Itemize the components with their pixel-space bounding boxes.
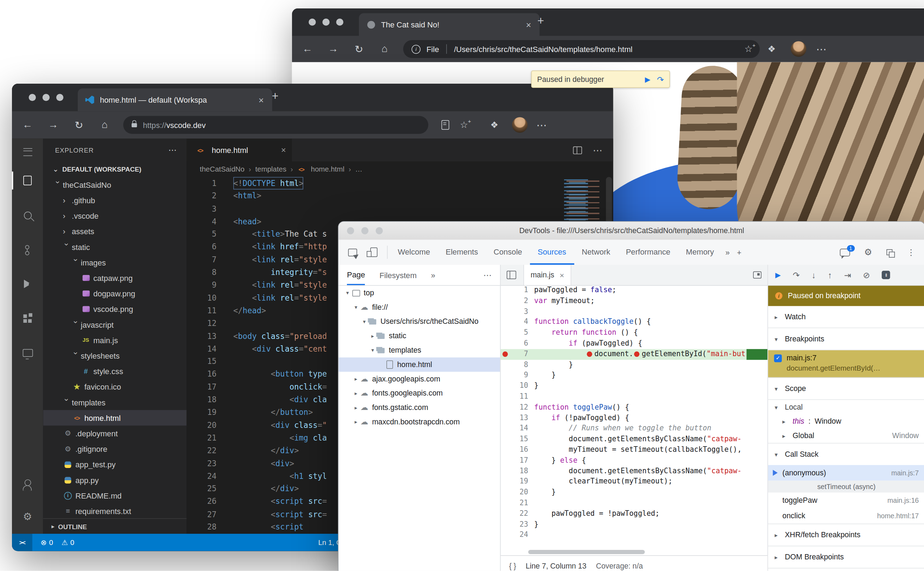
scope-local-header[interactable]: ▾ Local — [768, 400, 924, 414]
remote-indicator[interactable]: >< — [12, 534, 33, 551]
pause-on-exceptions-icon[interactable]: ‖ — [882, 271, 891, 279]
minimize-button[interactable] — [322, 19, 329, 26]
close-tab-icon[interactable]: × — [256, 94, 266, 105]
source-tree-item-fonts.googleapis.com[interactable]: ▸fonts.googleapis.com — [339, 386, 500, 400]
step-over-icon[interactable]: ↷ — [657, 74, 664, 84]
zoom-button[interactable] — [376, 227, 383, 234]
explorer-item-app.py[interactable]: app.py — [43, 472, 186, 488]
reload-button[interactable]: ↻ — [349, 43, 369, 56]
explorer-activity-button[interactable] — [12, 168, 43, 192]
explorer-item-images[interactable]: ›images — [43, 255, 186, 270]
bookmark-icon[interactable]: ☆ — [460, 120, 468, 130]
code-line-14[interactable]: 14 // Runs when we toggle the button — [501, 423, 768, 434]
devtools-menu-icon[interactable]: ⋮ — [907, 247, 915, 257]
explorer-item-.deployment[interactable]: ⚙.deployment — [43, 426, 186, 441]
more-tabs-icon[interactable]: » — [722, 248, 733, 257]
devtools-tab-sources[interactable]: Sources — [530, 240, 574, 265]
source-tree-item-maxcdn.bootstrapcdn.com[interactable]: ▸maxcdn.bootstrapcdn.com — [339, 415, 500, 429]
code-line-17[interactable]: 17 } else { — [501, 455, 768, 466]
code-line-10[interactable]: 10} — [501, 381, 768, 391]
source-tree-item-top[interactable]: ▾top — [339, 286, 500, 300]
explorer-item-favicon.ico[interactable]: ★favicon.ico — [43, 379, 186, 395]
code-line-23[interactable]: 23} — [501, 519, 768, 530]
explorer-item-dogpaw.png[interactable]: dogpaw.png — [43, 286, 186, 301]
address-bar[interactable]: i File /Users/chris/src/theCatSaidNo/tem… — [403, 40, 760, 58]
browser-tab[interactable]: The Cat said No! × — [359, 13, 539, 36]
dom-breakpoints-section-header[interactable]: ▸ DOM Breakpoints — [768, 546, 924, 568]
explorer-item-style.css[interactable]: #style.css — [43, 364, 186, 379]
devtools-tab-performance[interactable]: Performance — [618, 240, 678, 265]
extensions-activity-button[interactable] — [12, 307, 43, 330]
breadcrumb-item[interactable]: templates — [255, 165, 286, 173]
explorer-item-static[interactable]: ›static — [43, 239, 186, 255]
code-line-1[interactable]: 1pawToggled = false; — [501, 285, 768, 296]
remote-explorer-activity-button[interactable] — [12, 341, 43, 364]
extensions-icon[interactable]: ❖ — [483, 120, 506, 130]
home-button[interactable]: ⌂ — [375, 43, 395, 55]
code-line-21[interactable]: 21 — [501, 498, 768, 508]
problems-warnings[interactable]: ⚠ 0 — [62, 538, 74, 547]
breakpoints-section-header[interactable]: ▾ Breakpoints — [768, 328, 924, 350]
inline-breakpoint-icon[interactable] — [587, 351, 592, 356]
new-tab-button[interactable]: + — [534, 14, 548, 28]
explorer-item-main.js[interactable]: JSmain.js — [43, 332, 186, 348]
breadcrumb-item[interactable]: … — [355, 165, 362, 173]
avatar[interactable] — [791, 41, 806, 57]
explorer-item-.github[interactable]: ›.github — [43, 192, 186, 208]
gear-icon[interactable]: ⚙ — [864, 247, 872, 258]
step-into-icon[interactable]: ↓ — [812, 270, 816, 279]
explorer-actions-icon[interactable]: ⋯ — [168, 145, 177, 155]
editor-more-icon[interactable]: ⋯ — [593, 145, 602, 156]
explorer-item-.vscode[interactable]: ›.vscode — [43, 208, 186, 224]
code-line-4[interactable]: 4function callbackToggle() { — [501, 317, 768, 328]
close-editor-icon[interactable]: × — [281, 145, 286, 155]
info-icon[interactable]: i — [412, 45, 421, 54]
step-icon[interactable]: ⇥ — [844, 270, 851, 279]
new-tab-button[interactable]: + — [268, 90, 283, 103]
problems-errors[interactable]: ⊗ 0 — [41, 538, 53, 547]
deactivate-breakpoints-icon[interactable]: ⊘ — [863, 270, 870, 279]
explorer-item-README.md[interactable]: iREADME.md — [43, 488, 186, 503]
issues-icon[interactable]: 1 — [840, 248, 850, 256]
close-button[interactable] — [29, 94, 36, 101]
code-line-6[interactable]: 6 if (pawToggled) { — [501, 338, 768, 349]
code-line-16[interactable]: 16 myTimeout = setTimeout(callbackToggle… — [501, 445, 768, 455]
pretty-print-icon[interactable]: { } — [509, 562, 516, 570]
editor-tab-home-html[interactable]: <> home.html × — [186, 139, 292, 161]
callstack-frame-onclick[interactable]: onclickhome.html:17 — [768, 508, 924, 523]
source-tree-item-static[interactable]: ▸static — [339, 329, 500, 343]
explorer-item-.gitignore[interactable]: ⚙.gitignore — [43, 441, 186, 457]
breakpoint-entry[interactable]: ✓ main.js:7 document.getElementById(… — [768, 350, 924, 378]
inspect-element-icon[interactable] — [348, 248, 357, 256]
inline-breakpoint-icon[interactable] — [634, 351, 639, 356]
forward-button[interactable]: → — [323, 43, 344, 55]
xhr-breakpoints-section-header[interactable]: ▸ XHR/fetch Breakpoints — [768, 524, 924, 546]
callstack-section-header[interactable]: ▾ Call Stack — [768, 443, 924, 465]
device-toolbar-icon[interactable] — [370, 247, 377, 257]
browser-tab[interactable]: home.html — default (Workspa × — [78, 89, 272, 111]
menu-button[interactable] — [12, 140, 43, 164]
close-tab-icon[interactable]: × — [523, 19, 534, 29]
code-line-8[interactable]: 8 } — [501, 360, 768, 370]
devtools-tab-console[interactable]: Console — [486, 240, 530, 265]
devtools-tab-network[interactable]: Network — [574, 240, 618, 265]
close-button[interactable] — [309, 19, 316, 26]
explorer-item-vscode.png[interactable]: vscode.png — [43, 301, 186, 317]
code-line-3[interactable]: 3 — [186, 202, 613, 215]
browser-menu-button[interactable]: ⋯ — [531, 119, 552, 131]
code-line-13[interactable]: 13 if (!pawToggled) { — [501, 413, 768, 423]
step-over-icon[interactable]: ↷ — [793, 270, 800, 279]
callstack-frame-togglePaw[interactable]: togglePawmain.js:16 — [768, 492, 924, 508]
add-panel-icon[interactable]: + — [733, 248, 745, 257]
resume-script-icon[interactable]: ▶ — [645, 75, 651, 83]
close-source-tab-icon[interactable]: × — [560, 270, 564, 279]
zoom-button[interactable] — [56, 94, 63, 101]
code-line-9[interactable]: 9 } — [501, 370, 768, 381]
source-tab-main-js[interactable]: main.js × — [523, 265, 571, 285]
hide-navigator-icon[interactable] — [507, 271, 516, 279]
scope-section-header[interactable]: ▾ Scope — [768, 378, 924, 400]
explorer-item-app_test.py[interactable]: app_test.py — [43, 457, 186, 472]
explorer-item-stylesheets[interactable]: ›stylesheets — [43, 348, 186, 363]
forward-button[interactable]: → — [43, 119, 63, 131]
code-line-15[interactable]: 15 document.getElementsByClassName("catp… — [501, 434, 768, 444]
